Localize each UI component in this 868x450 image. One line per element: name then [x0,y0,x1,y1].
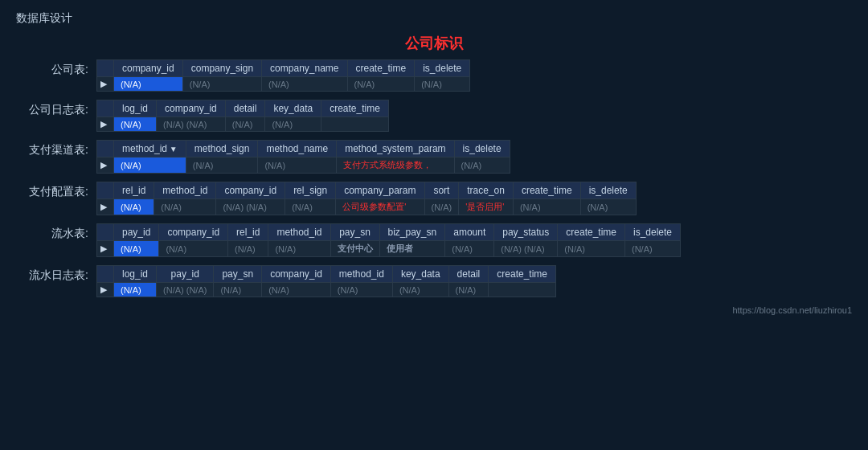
col-arrow-header [97,100,114,117]
table-cell-0-0: (N/A) [114,77,183,92]
col-arrow-header [97,60,114,77]
col-header-7: pay_status [494,224,558,241]
col-header-1: method_id [154,182,216,199]
col-header-5: biz_pay_sn [379,224,445,241]
table-cell-0-1: (N/A) (N/A) [157,283,214,297]
col-header-4: is_delete [415,60,470,77]
db-table-4: pay_idcompany_idrel_idmethod_idpay_snbiz… [96,223,681,257]
table-section-1: 公司日志表:log_idcompany_iddetailkey_datacrea… [16,100,852,132]
table-section-0: 公司表:company_idcompany_signcompany_namecr… [16,59,852,92]
col-header-2: company_id [216,182,285,199]
col-header-0: log_id [114,100,157,117]
col-header-2: detail [225,100,265,117]
col-header-8: is_delete [580,182,636,199]
col-header-0: pay_id [114,224,159,241]
col-header-1: pay_id [157,266,214,283]
col-header-2: company_name [262,60,347,77]
col-header-3: rel_sign [285,182,336,199]
table-row-0: ▶(N/A)(N/A)(N/A) (N/A)(N/A)公司级参数配置'(N/A)… [97,199,637,215]
table-cell-0-3: (N/A) [265,117,321,132]
table-cell-0-6: (N/A) [448,283,489,297]
table-cell-0-2: (N/A) [225,117,265,132]
table-label-3: 支付配置表: [16,182,96,199]
footer-url: https://blog.csdn.net/liuzhirou1 [16,305,852,315]
table-row-0: ▶(N/A)(N/A)(N/A)(N/A)支付中心使用者(N/A)(N/A) (… [97,241,681,257]
table-cell-0-3: 支付方式系统级参数， [337,158,454,174]
col-header-4: company_param [336,182,424,199]
col-header-1: method_sign [186,141,258,158]
table-section-2: 支付渠道表:method_idmethod_signmethod_namemet… [16,140,852,174]
table-cell-0-0: (N/A) [114,158,186,174]
table-label-4: 流水表: [16,223,96,241]
table-section-3: 支付配置表:rel_idmethod_idcompany_idrel_signc… [16,182,852,215]
table-cell-0-9: (N/A) [625,241,681,257]
table-cell-0-6: (N/A) [445,241,494,257]
row-arrow: ▶ [97,241,114,257]
table-cell-0-2: (N/A) [262,77,347,92]
col-header-3: create_time [347,60,415,77]
table-cell-0-1: (N/A) [159,241,228,257]
table-cell-0-2: (N/A) [228,241,268,257]
row-arrow: ▶ [97,199,114,215]
col-header-6: detail [448,266,489,283]
table-cell-0-0: (N/A) [114,117,157,132]
table-cell-0-8: (N/A) [558,241,625,257]
db-table-wrapper-5: log_idpay_idpay_sncompany_idmethod_idkey… [96,265,852,297]
col-header-4: is_delete [454,141,510,158]
col-header-0: company_id [114,60,183,77]
table-cell-0-4: (N/A) [454,158,510,174]
table-label-5: 流水日志表: [16,265,96,283]
table-cell-0-0: (N/A) [114,199,154,215]
table-cell-0-1: (N/A) (N/A) [157,117,226,132]
col-header-0: log_id [114,266,157,283]
table-cell-0-0: (N/A) [114,241,159,257]
table-cell-0-6: '是否启用' [459,199,514,215]
db-table-3: rel_idmethod_idcompany_idrel_signcompany… [96,182,637,215]
col-header-2: rel_id [228,224,268,241]
col-header-0: rel_id [114,182,154,199]
col-header-6: amount [445,224,494,241]
table-label-2: 支付渠道表: [16,140,96,158]
table-cell-0-3: (N/A) [347,77,415,92]
table-cell-0-5: 使用者 [379,241,445,257]
col-header-5: sort [424,182,459,199]
table-row-0: ▶(N/A)(N/A)(N/A)支付方式系统级参数，(N/A) [97,158,510,174]
table-section-5: 流水日志表:log_idpay_idpay_sncompany_idmethod… [16,265,852,297]
table-row-0: ▶(N/A)(N/A) (N/A)(N/A)(N/A)(N/A)(N/A)(N/… [97,283,556,297]
table-cell-0-8: (N/A) [580,199,636,215]
table-cell-0-0: (N/A) [114,283,157,297]
col-header-1: company_id [157,100,226,117]
table-cell-0-7: (N/A) (N/A) [494,241,558,257]
table-cell-0-4: 公司级参数配置' [336,199,424,215]
page-title: 数据库设计 [16,11,852,26]
table-cell-0-5: (N/A) [424,199,459,215]
db-table-wrapper-1: log_idcompany_iddetailkey_datacreate_tim… [96,100,852,132]
table-row-0: ▶(N/A)(N/A) (N/A)(N/A)(N/A) [97,117,389,132]
table-cell-0-4: 支付中心 [330,241,379,257]
table-cell-0-2: (N/A) [214,283,262,297]
row-arrow: ▶ [97,117,114,132]
table-cell-0-2: (N/A) (N/A) [216,199,285,215]
col-arrow-header [97,182,114,199]
db-table-wrapper-4: pay_idcompany_idrel_idmethod_idpay_snbiz… [96,223,852,257]
table-cell-0-1: (N/A) [182,77,261,92]
col-header-1: company_sign [182,60,261,77]
table-cell-0-3: (N/A) [268,241,330,257]
col-header-6: trace_on [459,182,514,199]
col-header-5: key_data [392,266,448,283]
table-cell-0-4: (N/A) [330,283,392,297]
db-table-wrapper-0: company_idcompany_signcompany_namecreate… [96,59,852,92]
col-header-8: create_time [558,224,625,241]
row-arrow: ▶ [97,77,114,92]
table-cell-0-1: (N/A) [186,158,258,174]
table-cell-0-3: (N/A) [262,283,331,297]
table-cell-0-2: (N/A) [258,158,337,174]
db-table-5: log_idpay_idpay_sncompany_idmethod_idkey… [96,265,556,297]
table-cell-0-7: (N/A) [513,199,580,215]
col-header-1: company_id [159,224,228,241]
db-table-wrapper-2: method_idmethod_signmethod_namemethod_sy… [96,140,852,174]
col-header-7: create_time [513,182,580,199]
table-cell-0-7 [489,283,556,297]
table-cell-0-4 [321,117,389,132]
table-cell-0-3: (N/A) [285,199,336,215]
